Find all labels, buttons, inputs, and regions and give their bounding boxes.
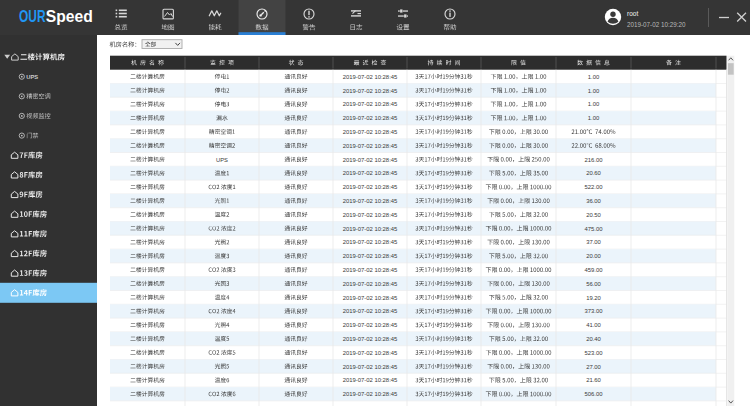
svg-text:2019-07-02 10:28:45: 2019-07-02 10:28:45 <box>343 226 398 232</box>
svg-text:2019-07-02 10:28:45: 2019-07-02 10:28:45 <box>343 212 398 218</box>
svg-text:41.00: 41.00 <box>586 322 601 328</box>
svg-text:506.00: 506.00 <box>584 391 603 397</box>
svg-text:373.00: 373.00 <box>584 308 603 314</box>
svg-text:522.00: 522.00 <box>584 184 603 190</box>
svg-text:2019-07-02 10:28:45: 2019-07-02 10:28:45 <box>343 157 398 163</box>
svg-text:37.00: 37.00 <box>586 239 601 245</box>
svg-text:2019-07-02 10:28:45: 2019-07-02 10:28:45 <box>343 115 398 121</box>
svg-text:2019-07-02 10:28:45: 2019-07-02 10:28:45 <box>343 336 398 342</box>
svg-text:2019-07-02 10:28:45: 2019-07-02 10:28:45 <box>343 143 398 149</box>
svg-text:2019-07-02 10:28:45: 2019-07-02 10:28:45 <box>343 198 398 204</box>
svg-text:2019-07-02 10:28:45: 2019-07-02 10:28:45 <box>343 391 398 397</box>
svg-text:27.00: 27.00 <box>586 364 601 370</box>
svg-text:Speed: Speed <box>46 7 93 26</box>
svg-text:1.00: 1.00 <box>588 88 600 94</box>
svg-text:20.00: 20.00 <box>586 253 601 259</box>
svg-text:36.00: 36.00 <box>586 198 601 204</box>
svg-text:1.00: 1.00 <box>588 115 600 121</box>
svg-text:1.00: 1.00 <box>588 101 600 107</box>
svg-text:2019-07-02 10:28:45: 2019-07-02 10:28:45 <box>343 350 398 356</box>
svg-text:2019-07-02 10:28:45: 2019-07-02 10:28:45 <box>343 239 398 245</box>
svg-text:2019-07-02 10:28:45: 2019-07-02 10:28:45 <box>343 170 398 176</box>
svg-text:2019-07-02 10:28:45: 2019-07-02 10:28:45 <box>343 184 398 190</box>
svg-text:2019-07-02 10:28:45: 2019-07-02 10:28:45 <box>343 364 398 370</box>
svg-text:475.00: 475.00 <box>584 226 603 232</box>
svg-text:20.60: 20.60 <box>586 170 601 176</box>
svg-text:2019-07-02 10:28:45: 2019-07-02 10:28:45 <box>343 281 398 287</box>
svg-text:1.00: 1.00 <box>588 74 600 80</box>
svg-text:2019-07-02 10:28:45: 2019-07-02 10:28:45 <box>343 88 398 94</box>
svg-text:20.40: 20.40 <box>586 336 601 342</box>
svg-text:19.20: 19.20 <box>586 295 601 301</box>
svg-text:216.00: 216.00 <box>584 157 603 163</box>
svg-text:459.00: 459.00 <box>584 267 603 273</box>
svg-text:2019-07-02 10:29:20: 2019-07-02 10:29:20 <box>627 21 686 28</box>
svg-text:2019-07-02 10:28:45: 2019-07-02 10:28:45 <box>343 322 398 328</box>
svg-text:UPS: UPS <box>216 157 228 163</box>
svg-text:2019-07-02 10:28:45: 2019-07-02 10:28:45 <box>343 253 398 259</box>
svg-text:2019-07-02 10:28:45: 2019-07-02 10:28:45 <box>343 74 398 80</box>
svg-text:root: root <box>627 10 638 17</box>
svg-text:OUR: OUR <box>19 7 46 26</box>
svg-text:56.00: 56.00 <box>586 281 601 287</box>
svg-text:UPS: UPS <box>26 74 38 80</box>
svg-text:2019-07-02 10:28:45: 2019-07-02 10:28:45 <box>343 377 398 383</box>
svg-text:523.00: 523.00 <box>584 350 603 356</box>
svg-text:21.60: 21.60 <box>586 377 601 383</box>
svg-text:2019-07-02 10:28:45: 2019-07-02 10:28:45 <box>343 101 398 107</box>
svg-text:2019-07-02 10:28:45: 2019-07-02 10:28:45 <box>343 295 398 301</box>
svg-text:2019-07-02 10:28:45: 2019-07-02 10:28:45 <box>343 129 398 135</box>
svg-text:2019-07-02 10:28:45: 2019-07-02 10:28:45 <box>343 267 398 273</box>
svg-text:2019-07-02 10:28:45: 2019-07-02 10:28:45 <box>343 308 398 314</box>
svg-text:20.50: 20.50 <box>586 212 601 218</box>
